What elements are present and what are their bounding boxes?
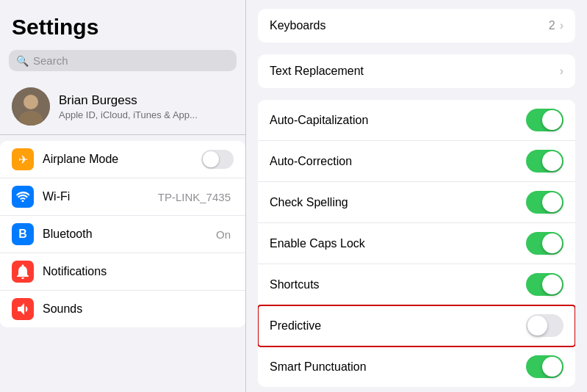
bluetooth-icon: B [12,223,34,245]
keyboards-value: 2 [549,19,555,32]
notifications-label: Notifications [43,265,234,278]
check-spelling-toggle[interactable] [526,191,563,214]
sidebar-item-wifi[interactable]: Wi-Fi TP-LINK_7435 [0,178,245,216]
auto-correction-row[interactable]: Auto-Correction [258,141,575,182]
auto-correction-toggle[interactable] [526,150,563,173]
smart-punctuation-label: Smart Punctuation [270,360,526,374]
avatar [12,87,50,126]
keyboards-row[interactable]: Keyboards 2 › [258,9,575,43]
sidebar-item-airplane-mode[interactable]: ✈ Airplane Mode [0,141,245,178]
airplane-mode-label: Airplane Mode [43,153,192,166]
enable-caps-lock-label: Enable Caps Lock [270,237,526,250]
shortcuts-label: Shortcuts [270,278,526,291]
enable-caps-lock-toggle[interactable] [526,232,563,255]
bluetooth-label: Bluetooth [43,228,207,241]
sidebar-item-notifications[interactable]: Notifications [0,253,245,291]
shortcuts-row[interactable]: Shortcuts [258,264,575,305]
smart-punctuation-toggle[interactable] [526,355,563,378]
check-spelling-label: Check Spelling [270,196,526,209]
main-panel: Keyboards 2 › Text Replacement › Auto-Ca… [246,0,587,392]
text-replacement-chevron: › [560,65,563,78]
auto-capitalization-row[interactable]: Auto-Capitalization [258,100,575,141]
check-spelling-row[interactable]: Check Spelling [258,182,575,223]
predictive-row[interactable]: Predictive [258,305,575,346]
wifi-value: TP-LINK_7435 [158,191,231,203]
bluetooth-value: On [216,228,231,241]
notifications-icon [12,261,34,283]
predictive-label: Predictive [270,319,526,333]
user-name: Brian Burgess [59,93,198,108]
text-replacement-row[interactable]: Text Replacement › [258,54,575,88]
svg-point-1 [24,95,38,109]
sidebar-settings-section: ✈ Airplane Mode Wi-Fi TP-LINK_7435 B Blu… [0,141,245,327]
user-subtitle: Apple ID, iCloud, iTunes & App... [59,109,198,120]
keyboards-chevron: › [560,19,563,32]
predictive-toggle[interactable] [526,314,563,337]
enable-caps-lock-row[interactable]: Enable Caps Lock [258,223,575,264]
sidebar: Settings 🔍 Search Brian Burgess Apple ID… [0,0,246,392]
sounds-label: Sounds [43,302,234,316]
search-bar[interactable]: 🔍 Search [9,50,237,71]
wifi-icon [12,186,34,208]
toggles-group: Auto-Capitalization Auto-Correction Chec… [258,100,575,387]
page-title: Settings [0,0,245,47]
auto-capitalization-label: Auto-Capitalization [270,114,526,127]
keyboards-group: Keyboards 2 › [258,9,575,43]
airplane-icon: ✈ [12,148,34,170]
auto-correction-label: Auto-Correction [270,155,526,168]
user-profile[interactable]: Brian Burgess Apple ID, iCloud, iTunes &… [0,79,245,135]
smart-punctuation-row[interactable]: Smart Punctuation [258,346,575,387]
text-replacement-group: Text Replacement › [258,54,575,88]
user-info: Brian Burgess Apple ID, iCloud, iTunes &… [59,93,198,120]
text-replacement-label: Text Replacement [270,65,560,78]
search-placeholder: Search [33,54,68,67]
sidebar-item-bluetooth[interactable]: B Bluetooth On [0,216,245,253]
sidebar-item-sounds[interactable]: Sounds [0,291,245,327]
keyboards-label: Keyboards [270,19,549,32]
sounds-icon [12,298,34,320]
auto-capitalization-toggle[interactable] [526,109,563,131]
shortcuts-toggle[interactable] [526,273,563,296]
wifi-label: Wi-Fi [43,190,149,203]
airplane-mode-toggle[interactable] [201,150,234,169]
search-icon: 🔍 [16,55,29,67]
